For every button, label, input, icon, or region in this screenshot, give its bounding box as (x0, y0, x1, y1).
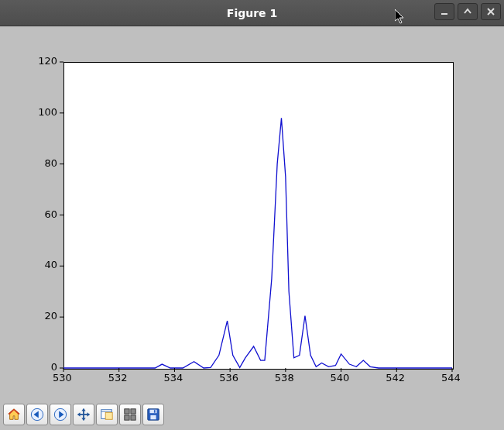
y-tick-label: 120 (34, 55, 57, 67)
y-tick-label: 100 (34, 106, 57, 118)
subplots-icon (123, 408, 137, 421)
y-tick-label: 0 (34, 361, 57, 373)
x-tick-label: 538 (275, 372, 294, 384)
y-tick-label: 80 (34, 157, 57, 169)
x-tick-label: 534 (163, 372, 183, 384)
back-button[interactable] (26, 404, 48, 425)
x-tick-label: 542 (386, 372, 405, 384)
svg-marker-30 (87, 412, 91, 416)
svg-rect-39 (150, 410, 157, 414)
svg-marker-19 (9, 409, 19, 420)
subplots-button[interactable] (119, 404, 141, 425)
svg-marker-28 (81, 418, 85, 421)
save-button[interactable] (142, 404, 164, 425)
zoom-icon (100, 408, 114, 421)
x-tick-label: 540 (331, 372, 350, 384)
x-tick-label: 530 (53, 372, 72, 384)
y-tick-label: 40 (34, 259, 57, 270)
line-plot (0, 0, 504, 378)
home-button[interactable] (3, 404, 25, 425)
svg-marker-29 (77, 412, 81, 416)
data-line (63, 118, 452, 368)
window: Figure 1 5305325345365385405425440204060… (0, 0, 504, 430)
x-tick-label: 536 (219, 372, 238, 384)
svg-rect-35 (131, 409, 135, 414)
svg-rect-33 (105, 412, 112, 419)
forward-button[interactable] (50, 404, 71, 425)
zoom-button[interactable] (96, 404, 118, 425)
y-tick-label: 60 (34, 208, 57, 220)
figure-canvas[interactable]: 530532534536538540542544020406080100120 (0, 0, 504, 378)
home-icon (7, 408, 21, 421)
svg-rect-40 (150, 415, 156, 419)
svg-rect-34 (125, 409, 129, 414)
pan-icon (77, 408, 91, 421)
back-arrow-icon (30, 408, 44, 421)
save-icon (146, 408, 160, 421)
nav-toolbar (3, 404, 164, 427)
svg-marker-27 (81, 408, 85, 411)
svg-rect-41 (154, 410, 156, 413)
y-tick-label: 20 (34, 310, 57, 322)
forward-arrow-icon (53, 408, 67, 421)
svg-rect-36 (125, 415, 129, 420)
x-tick-label: 544 (441, 372, 461, 384)
pan-button[interactable] (73, 404, 94, 425)
x-tick-label: 532 (108, 372, 128, 384)
svg-rect-37 (131, 415, 135, 420)
